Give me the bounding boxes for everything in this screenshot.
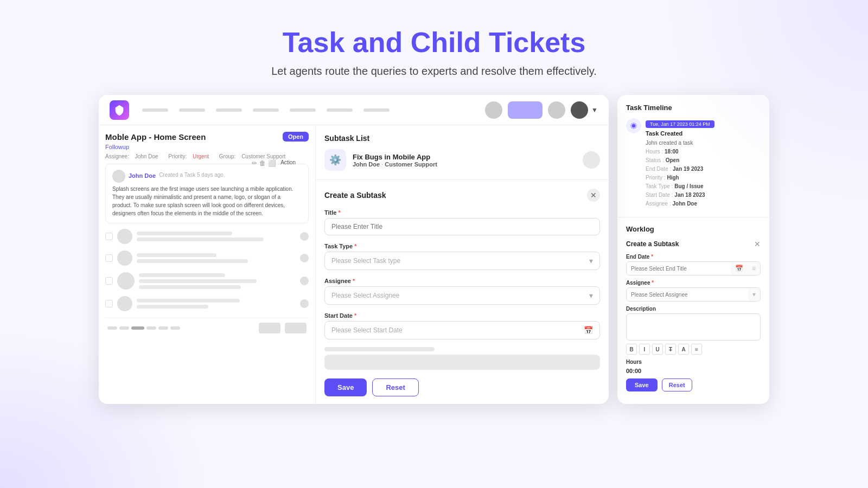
reset-button[interactable]: Reset (372, 378, 418, 396)
timeline-assignee: Assignee : John Doe (646, 200, 714, 208)
page-dot-5[interactable] (158, 326, 168, 330)
skeleton-row-1 (105, 229, 309, 244)
create-subtask-form: Create a Subtask ✕ Title * Task Type * (316, 180, 609, 404)
main-container: ▼ Moble App - Home Screen Open Followup … (0, 95, 868, 404)
title-field: Title * (324, 209, 600, 235)
nav-link-3[interactable] (216, 108, 242, 112)
nav-link-4[interactable] (253, 108, 279, 112)
page-dot-2[interactable] (119, 326, 129, 330)
skeleton-avatar-3 (117, 272, 135, 290)
skeleton-line-g (139, 285, 241, 289)
page-dot-6[interactable] (170, 326, 180, 330)
skeleton-line-e (139, 273, 225, 277)
calendar-icon: 📅 (584, 326, 593, 335)
assignee-select[interactable]: Please Select Assignee ▾ (324, 286, 600, 305)
worklog-toolbar: B I U T A ≡ (626, 344, 761, 355)
start-date-input[interactable]: Please Select Start Date 📅 (324, 321, 600, 339)
svg-point-1 (632, 124, 635, 127)
nav-avatar-dark[interactable] (571, 101, 588, 119)
worklog-assignee-input[interactable] (627, 289, 748, 300)
worklog-end-date-input[interactable] (627, 263, 731, 274)
app-window: ▼ Moble App - Home Screen Open Followup … (99, 95, 609, 404)
worklog-reset-button[interactable]: Reset (662, 378, 692, 391)
worklog-list-icon: ≡ (748, 262, 760, 275)
underline-button[interactable]: U (652, 344, 663, 355)
skeleton-check-2 (105, 254, 113, 262)
worklog-description-label: Description (626, 306, 761, 312)
assignee-field: Assignee * Please Select Assignee ▾ (324, 278, 600, 305)
start-date-label: Start Date * (324, 312, 600, 319)
nav-avatar-1[interactable] (485, 101, 502, 119)
list-button[interactable]: ≡ (691, 344, 702, 355)
worklog-end-date-field: End Date * 📅 ≡ (626, 254, 761, 275)
comment-meta: Created a Task 5 days ago. (159, 172, 225, 178)
subtask-name: Fix Bugs in Mobile App (353, 153, 437, 161)
nav-link-6[interactable] (327, 108, 353, 112)
nav-avatar-2[interactable] (548, 101, 565, 119)
nav-chevron-icon[interactable]: ▼ (591, 106, 598, 114)
worklog-description-input[interactable] (626, 313, 761, 341)
title-label: Title * (324, 209, 600, 216)
prev-button[interactable] (259, 323, 280, 333)
save-button[interactable]: Save (324, 378, 367, 396)
bold-button[interactable]: B (626, 344, 637, 355)
nav-avatar-active[interactable] (508, 101, 542, 119)
timeline-author: John created a task (646, 139, 714, 147)
left-panel: Moble App - Home Screen Open Followup As… (99, 125, 316, 404)
next-button[interactable] (285, 323, 307, 333)
pagination-bar (105, 318, 309, 333)
skeleton-line-c (137, 253, 216, 257)
subtask-info: Fix Bugs in Mobile App John Doe · Custom… (353, 153, 437, 168)
action-button[interactable]: Action (280, 159, 296, 165)
skeleton-line-d (137, 259, 248, 263)
worklog-end-date-label: End Date * (626, 254, 761, 260)
edit-icon[interactable]: ✏ (252, 159, 257, 167)
title-input[interactable] (324, 218, 600, 235)
italic-button[interactable]: I (639, 344, 650, 355)
task-type-select[interactable]: Please Select Task type ▾ (324, 252, 600, 270)
page-dot-1[interactable] (107, 326, 117, 330)
group-label: Group: Customer Support (219, 153, 290, 159)
page-dot-4[interactable] (146, 326, 156, 330)
skeleton-lines-1 (137, 232, 296, 241)
close-button[interactable]: ✕ (587, 189, 600, 202)
skeleton-line-b (137, 237, 264, 241)
nav-link-2[interactable] (179, 108, 205, 112)
comment-author: John Doe (129, 172, 156, 179)
comment-avatar (112, 170, 125, 183)
delete-icon[interactable]: 🗑 (259, 159, 266, 167)
ticket-status-badge: Open (283, 132, 309, 142)
timeline-date-badge: Tue, Jan 17 2023 01:24 PM (646, 120, 714, 128)
worklog-save-button[interactable]: Save (626, 378, 658, 391)
worklog-assignee-row: ▾ (626, 287, 761, 301)
nav-link-5[interactable] (290, 108, 316, 112)
timeline-event-title: Task Created (646, 130, 714, 137)
timeline-title: Task Timeline (626, 104, 761, 112)
skeleton-lines-2 (137, 253, 296, 263)
worklog-close-button[interactable]: ✕ (754, 240, 761, 248)
copy-icon[interactable]: ⬜ (268, 159, 276, 167)
comment-block: John Doe Created a Task 5 days ago. Spla… (105, 164, 309, 223)
skeleton-dots-3 (300, 277, 309, 285)
timeline-dot (626, 118, 641, 133)
skeleton-line-a (137, 232, 232, 235)
page-dot-3[interactable] (131, 326, 144, 330)
skeleton-dots-4 (300, 299, 309, 308)
skeleton-lines-3 (139, 273, 296, 289)
timeline-detail: John created a task Hours : 18:00 Status… (646, 139, 714, 208)
skeleton-label-1 (324, 347, 435, 351)
worklog-title: Worklog (626, 225, 761, 233)
start-date-field: Start Date * Please Select Start Date 📅 (324, 312, 600, 339)
nav-link-7[interactable] (363, 108, 390, 112)
skeleton-row-3 (105, 272, 309, 290)
skeleton-line-h (137, 299, 240, 303)
subtask-action-btn[interactable] (583, 151, 600, 169)
worklog-form: Create a Subtask ✕ End Date * 📅 ≡ (626, 240, 761, 391)
align-button[interactable]: A (678, 344, 689, 355)
strikethrough-button[interactable]: T (665, 344, 676, 355)
worklog-description-field: Description B I U T A ≡ (626, 306, 761, 355)
skeleton-avatar-1 (117, 229, 132, 244)
nav-link-1[interactable] (142, 108, 168, 112)
worklog-form-title: Create a Subtask ✕ (626, 240, 761, 248)
task-type-placeholder: Please Select Task type (331, 257, 400, 265)
